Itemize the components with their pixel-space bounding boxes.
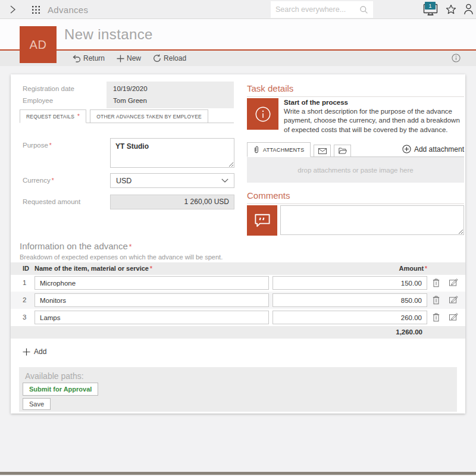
available-paths-heading: Available paths: xyxy=(25,371,84,381)
comments-heading: Comments xyxy=(247,190,464,204)
return-button[interactable]: Return xyxy=(73,54,105,62)
app-title: Advances xyxy=(48,5,88,15)
employee-label: Employee xyxy=(23,97,53,104)
row-id: 3 xyxy=(23,314,26,321)
currency-select[interactable]: USD xyxy=(110,173,234,188)
edit-row-icon[interactable] xyxy=(449,313,458,321)
tab-folder-attachments[interactable] xyxy=(334,145,351,157)
table-row: 1 xyxy=(11,274,465,292)
top-bar: Advances 1 xyxy=(0,0,476,19)
return-icon xyxy=(73,55,81,62)
reload-button[interactable]: Reload xyxy=(153,54,186,62)
currency-value: USD xyxy=(116,177,131,185)
expand-sidebar-icon[interactable] xyxy=(8,5,17,14)
currency-label: Currency* xyxy=(23,177,54,184)
total-amount: 1,260.00 xyxy=(273,328,427,336)
favorites-star-icon[interactable] xyxy=(446,4,456,15)
edit-row-icon[interactable] xyxy=(449,278,458,286)
request-tabs: REQUEST DETAILS* OTHER ADVANCES TAKEN BY… xyxy=(20,109,234,123)
row-id: 2 xyxy=(23,296,26,303)
task-details-block: Start of the process Write a short descr… xyxy=(247,98,464,134)
table-row: 2 xyxy=(11,292,465,309)
requested-amount-label: Requested amount xyxy=(23,198,80,205)
tab-request-details[interactable]: REQUEST DETAILS* xyxy=(20,109,86,123)
user-profile-icon[interactable] xyxy=(464,4,474,15)
requested-amount-value: 1 260,00 USD xyxy=(110,195,234,209)
plus-icon xyxy=(117,55,124,62)
paperclip-icon xyxy=(253,145,259,154)
item-amount-input[interactable] xyxy=(273,276,427,290)
plus-icon xyxy=(23,348,30,356)
available-paths-panel: Available paths: Submit for Approval Sav… xyxy=(19,367,457,412)
task-title: Start of the process xyxy=(284,98,464,107)
purpose-label: Purpose* xyxy=(23,142,52,149)
employee-value: Tom Green xyxy=(113,97,147,104)
bottom-status-bar xyxy=(0,472,476,475)
item-name-input[interactable] xyxy=(35,276,269,290)
new-button[interactable]: New xyxy=(117,54,141,62)
registration-date-label: Registration date xyxy=(23,85,74,92)
form-card: Registration date 10/19/2020 Employee To… xyxy=(11,74,465,414)
delete-row-icon[interactable] xyxy=(433,296,440,305)
tab-email-attachments[interactable] xyxy=(314,145,331,157)
info-icon[interactable] xyxy=(452,54,461,62)
attachments-tabbar: ATTACHMENTS Add attachment xyxy=(247,142,464,157)
task-info-tile xyxy=(247,98,278,130)
item-amount-input[interactable] xyxy=(273,311,427,324)
advance-info-subheading: Breakdown of expected expenses on which … xyxy=(20,253,223,261)
circle-plus-icon xyxy=(402,145,411,154)
info-circle-icon xyxy=(254,105,272,123)
purpose-input[interactable]: YT Studio xyxy=(110,138,234,168)
app-grid-icon[interactable] xyxy=(31,5,41,15)
reload-icon xyxy=(153,54,161,62)
tab-other-advances[interactable]: OTHER ADVANCES TAKEN BY EMPLOYEE xyxy=(90,109,208,123)
avatar: AD xyxy=(20,26,57,63)
add-attachment-button[interactable]: Add attachment xyxy=(402,145,464,154)
item-amount-input[interactable] xyxy=(273,293,427,307)
envelope-icon xyxy=(318,148,327,154)
delete-row-icon[interactable] xyxy=(433,313,440,322)
attachments-dropzone[interactable]: drop attachments or paste image here xyxy=(247,157,464,183)
column-amount: Amount* xyxy=(399,265,427,272)
column-name: Name of the item, material or service* xyxy=(35,265,152,272)
table-total-row: 1,260.00 xyxy=(11,326,465,339)
advance-info-heading: Information on the advance* xyxy=(20,241,131,251)
task-details-heading: Task details xyxy=(247,83,464,97)
delete-row-icon[interactable] xyxy=(433,278,440,287)
add-row-button[interactable]: Add xyxy=(23,347,46,356)
task-description-block: Start of the process Write a short descr… xyxy=(284,98,464,134)
folder-open-icon xyxy=(339,148,347,154)
toolbar: Return New Reload xyxy=(0,51,476,66)
table-row: 3 xyxy=(11,309,465,326)
row-id: 1 xyxy=(23,279,26,286)
save-button[interactable]: Save xyxy=(23,398,51,410)
column-id: ID xyxy=(23,265,29,272)
speech-bubble-icon xyxy=(254,213,271,228)
item-name-input[interactable] xyxy=(35,311,269,324)
comment-tile xyxy=(247,205,277,236)
page-title: New instance xyxy=(64,26,153,43)
edit-row-icon[interactable] xyxy=(449,296,458,303)
submit-for-approval-button[interactable]: Submit for Approval xyxy=(23,383,98,396)
search-box[interactable] xyxy=(271,1,373,18)
notification-count-badge[interactable]: 1 xyxy=(425,2,436,10)
task-description: Write a short description for the purpos… xyxy=(284,107,464,134)
expense-table-header: ID Name of the item, material or service… xyxy=(11,262,465,275)
comment-input[interactable] xyxy=(280,205,464,235)
search-input[interactable] xyxy=(271,5,359,14)
item-name-input[interactable] xyxy=(35,293,269,307)
search-icon[interactable] xyxy=(359,5,368,14)
registration-date-value: 10/19/2020 xyxy=(113,85,148,92)
chevron-down-icon xyxy=(221,178,228,183)
tab-attachments[interactable]: ATTACHMENTS xyxy=(247,142,311,157)
